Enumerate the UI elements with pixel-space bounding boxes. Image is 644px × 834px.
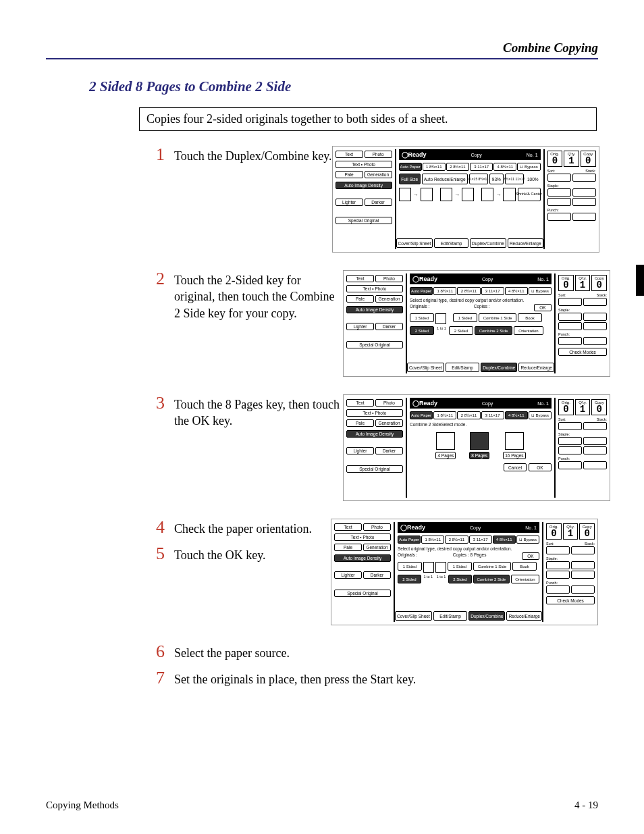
- tray-4-button[interactable]: 4 8½×11: [493, 163, 516, 171]
- duplex-combine-button[interactable]: Duplex/Combine: [468, 611, 505, 621]
- punch-option[interactable]: [558, 461, 582, 469]
- sort-option[interactable]: [572, 174, 596, 182]
- text-photo-button[interactable]: Text • Photo: [334, 533, 391, 541]
- orientation-button[interactable]: Orientation: [511, 575, 539, 583]
- cover-slip-sheet-button[interactable]: Cover/Slip Sheet: [395, 611, 432, 621]
- staple-option[interactable]: [546, 561, 570, 569]
- bypass-button[interactable]: ⊔ Bypass: [529, 411, 552, 419]
- auto-density-button[interactable]: Auto Image Density: [346, 306, 403, 313]
- auto-paper-button[interactable]: Auto Paper: [410, 411, 433, 419]
- text-button[interactable]: Text: [334, 523, 362, 531]
- text-button[interactable]: Text: [346, 275, 374, 282]
- duplex-combine-button[interactable]: Duplex/Combine: [470, 238, 506, 248]
- auto-density-button[interactable]: Auto Image Density: [336, 182, 392, 189]
- photo-button[interactable]: Photo: [365, 151, 392, 158]
- tray-3-button[interactable]: 3 11×17: [481, 287, 504, 295]
- generation-button[interactable]: Generation: [365, 171, 392, 178]
- sort-option[interactable]: [558, 298, 582, 306]
- pale-button[interactable]: Pale: [336, 171, 363, 178]
- one-sided-copy-button[interactable]: 1 Sided: [448, 562, 472, 571]
- staple-option[interactable]: [547, 188, 571, 197]
- one-sided-button[interactable]: 1 Sided: [398, 562, 422, 571]
- auto-density-button[interactable]: Auto Image Density: [346, 430, 403, 438]
- lighter-button[interactable]: Lighter: [346, 323, 374, 330]
- punch-option[interactable]: [547, 213, 571, 221]
- generation-button[interactable]: Generation: [375, 295, 403, 303]
- ratio-1[interactable]: 11×15 8½×11: [469, 174, 488, 184]
- edit-stamp-button[interactable]: Edit/Stamp: [446, 363, 480, 372]
- duplex-icon[interactable]: [399, 188, 411, 201]
- photo-button[interactable]: Photo: [375, 275, 403, 282]
- tray-3-button[interactable]: 3 11×17: [481, 411, 504, 419]
- orientation-button[interactable]: Orientation: [514, 326, 543, 335]
- combine-icon[interactable]: [462, 188, 474, 201]
- sort-option[interactable]: [571, 546, 595, 554]
- one-sided-copy-button[interactable]: 1 Sided: [453, 313, 477, 322]
- ok-button[interactable]: OK: [522, 552, 539, 560]
- layout-icon[interactable]: [503, 188, 515, 201]
- punch-option[interactable]: [572, 213, 596, 221]
- two-sided-button[interactable]: 2 Sided: [398, 575, 421, 583]
- combine-1-side-button[interactable]: Combine 1 Side: [473, 562, 511, 571]
- text-button[interactable]: Text: [336, 151, 363, 158]
- cover-slip-sheet-button[interactable]: Cover/Slip Sheet: [407, 363, 444, 372]
- staple-option[interactable]: [558, 313, 582, 321]
- special-original-button[interactable]: Special Original: [336, 217, 392, 224]
- special-original-button[interactable]: Special Original: [346, 465, 403, 473]
- darker-button[interactable]: Darker: [375, 447, 403, 454]
- combine-1-side-button[interactable]: Combine 1 Side: [479, 313, 516, 322]
- duplex-combine-button[interactable]: Duplex/Combine: [481, 363, 517, 372]
- staple-option[interactable]: [546, 571, 570, 579]
- staple-option[interactable]: [558, 437, 582, 445]
- pale-button[interactable]: Pale: [346, 295, 374, 303]
- reduce-enlarge-button[interactable]: Reduce/Enlarge: [506, 611, 542, 621]
- punch-option[interactable]: [583, 461, 607, 469]
- lighter-button[interactable]: Lighter: [346, 447, 374, 454]
- tray-4-button[interactable]: 4 8½×11: [505, 411, 528, 419]
- shrink-center-button[interactable]: Shrink/& Center: [518, 188, 541, 201]
- text-photo-button[interactable]: Text • Photo: [346, 285, 403, 292]
- pale-button[interactable]: Pale: [334, 544, 362, 551]
- sort-option[interactable]: [583, 422, 607, 430]
- ratio-2[interactable]: 8½×11 11×17: [505, 174, 524, 184]
- sixteen-pages-button[interactable]: 16 Pages: [503, 452, 525, 459]
- auto-paper-button[interactable]: Auto Paper: [410, 287, 433, 295]
- bypass-button[interactable]: ⊔ Bypass: [516, 536, 539, 544]
- staple-option[interactable]: [583, 446, 607, 454]
- eight-pages-icon[interactable]: [470, 432, 489, 450]
- tray-2-button[interactable]: 2 8½×11: [457, 287, 480, 295]
- darker-button[interactable]: Darker: [365, 199, 392, 206]
- staple-option[interactable]: [571, 571, 595, 579]
- bypass-button[interactable]: ⊔ Bypass: [517, 163, 540, 171]
- staple-option[interactable]: [583, 313, 607, 321]
- darker-button[interactable]: Darker: [375, 323, 403, 330]
- reduce-enlarge-button[interactable]: Reduce/Enlarge: [508, 238, 543, 248]
- two-sided-copy-button[interactable]: 2 Sided: [448, 575, 472, 583]
- tray-2-button[interactable]: 2 8½×11: [445, 536, 468, 544]
- punch-option[interactable]: [571, 585, 595, 594]
- check-modes-button[interactable]: Check Modes: [546, 596, 595, 604]
- generation-button[interactable]: Generation: [363, 544, 391, 551]
- sort-option[interactable]: [547, 174, 571, 182]
- one-sided-button[interactable]: 1 Sided: [410, 313, 434, 322]
- punch-option[interactable]: [546, 585, 570, 594]
- tray-2-button[interactable]: 2 8½×11: [457, 411, 480, 419]
- auto-density-button[interactable]: Auto Image Density: [334, 554, 391, 562]
- auto-paper-button[interactable]: Auto Paper: [398, 536, 421, 544]
- tray-3-button[interactable]: 3 11×17: [469, 536, 492, 544]
- tray-1-button[interactable]: 1 8½×11: [433, 287, 456, 295]
- reduce-enlarge-button[interactable]: Reduce/Enlarge: [518, 363, 554, 372]
- staple-option[interactable]: [583, 437, 607, 445]
- sort-option[interactable]: [583, 298, 607, 306]
- lighter-button[interactable]: Lighter: [336, 199, 363, 206]
- staple-option[interactable]: [572, 188, 596, 197]
- tray-1-button[interactable]: 1 8½×11: [423, 163, 446, 171]
- check-modes-button[interactable]: Check Modes: [558, 348, 607, 356]
- staple-option[interactable]: [558, 322, 582, 330]
- edit-stamp-button[interactable]: Edit/Stamp: [433, 611, 468, 621]
- photo-button[interactable]: Photo: [363, 523, 391, 531]
- tray-4-button[interactable]: 4 8½×11: [493, 536, 516, 544]
- eight-pages-button[interactable]: 8 Pages: [469, 452, 489, 459]
- sort-option[interactable]: [546, 546, 570, 554]
- tray-2-button[interactable]: 2 8½×11: [446, 163, 469, 171]
